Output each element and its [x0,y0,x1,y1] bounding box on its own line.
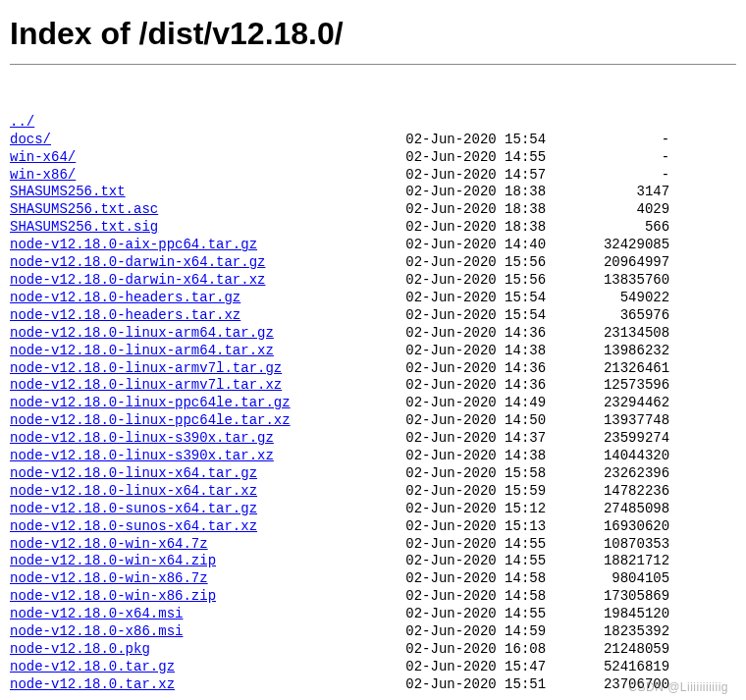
file-link[interactable]: node-v12.18.0-linux-arm64.tar.xz [10,343,274,358]
file-link[interactable]: node-v12.18.0-linux-x64.tar.gz [10,465,257,481]
file-size: 23599274 [570,430,669,446]
file-date: 02-Jun-2020 15:58 [405,465,570,481]
file-link[interactable]: node-v12.18.0-win-x64.zip [10,553,216,568]
file-link[interactable]: node-v12.18.0-linux-x64.tar.xz [10,483,257,499]
file-link[interactable]: node-v12.18.0-x86.msi [10,623,183,639]
list-item: node-v12.18.0-linux-x64.tar.xz 02-Jun-20… [10,483,736,501]
file-link[interactable]: node-v12.18.0-headers.tar.xz [10,307,240,323]
file-date: 02-Jun-2020 15:47 [405,659,570,674]
file-date: 02-Jun-2020 18:38 [405,184,570,199]
parent-row: ../ [10,114,736,132]
file-link[interactable]: docs/ [10,132,51,147]
file-link[interactable]: node-v12.18.0-linux-s390x.tar.xz [10,448,274,463]
list-item: node-v12.18.0-headers.tar.xz 02-Jun-2020… [10,307,736,325]
list-item: node-v12.18.0-linux-s390x.tar.gz 02-Jun-… [10,430,736,448]
list-item: node-v12.18.0-x86.msi 02-Jun-2020 14:59 … [10,623,736,641]
file-size: 12573596 [570,377,669,393]
file-date: 02-Jun-2020 14:49 [405,395,570,410]
file-date: 02-Jun-2020 14:57 [405,167,570,183]
list-item: docs/ 02-Jun-2020 15:54 - [10,132,736,149]
file-date: 02-Jun-2020 15:56 [405,254,570,270]
file-link[interactable]: win-x86/ [10,167,76,183]
file-link[interactable]: win-x64/ [10,149,76,165]
list-item: node-v12.18.0.pkg 02-Jun-2020 16:08 2124… [10,641,736,659]
list-item: node-v12.18.0-win-x86.7z 02-Jun-2020 14:… [10,570,736,588]
file-link[interactable]: SHASUMS256.txt.asc [10,201,158,217]
file-date: 02-Jun-2020 14:55 [405,606,570,621]
file-date: 02-Jun-2020 15:13 [405,518,570,534]
list-item: node-v12.18.0-x64.msi 02-Jun-2020 14:55 … [10,606,736,623]
file-link[interactable]: SHASUMS256.txt [10,184,126,199]
file-date: 02-Jun-2020 15:51 [405,676,570,692]
list-item: node-v12.18.0-headers.tar.gz 02-Jun-2020… [10,290,736,307]
file-link[interactable]: node-v12.18.0-linux-armv7l.tar.gz [10,360,282,376]
file-date: 02-Jun-2020 15:12 [405,501,570,516]
file-link[interactable]: node-v12.18.0-headers.tar.gz [10,290,240,305]
list-item: node-v12.18.0-win-x86.zip 02-Jun-2020 14… [10,588,736,606]
list-item: node-v12.18.0-darwin-x64.tar.gz 02-Jun-2… [10,254,736,272]
list-item: node-v12.18.0-linux-s390x.tar.xz 02-Jun-… [10,448,736,465]
divider [10,64,736,65]
file-link[interactable]: node-v12.18.0.pkg [10,641,150,657]
list-item: node-v12.18.0-sunos-x64.tar.gz 02-Jun-20… [10,501,736,518]
list-item: node-v12.18.0-linux-x64.tar.gz 02-Jun-20… [10,465,736,483]
file-link[interactable]: node-v12.18.0-linux-s390x.tar.gz [10,430,274,446]
page-title: Index of /dist/v12.18.0/ [10,16,736,52]
file-size: 23262396 [570,465,669,481]
file-size: 18235392 [570,623,669,639]
file-size: 23134508 [570,325,669,341]
file-size: 32429085 [570,237,669,252]
file-size: 365976 [570,307,669,323]
file-size: 21326461 [570,360,669,376]
file-date: 02-Jun-2020 14:59 [405,623,570,639]
file-date: 02-Jun-2020 14:38 [405,343,570,358]
file-date: 02-Jun-2020 14:58 [405,588,570,604]
file-size: 21248059 [570,641,669,657]
file-link[interactable]: node-v12.18.0-sunos-x64.tar.xz [10,518,257,534]
file-link[interactable]: node-v12.18.0.tar.xz [10,676,175,692]
file-link[interactable]: node-v12.18.0-linux-ppc64le.tar.gz [10,395,291,410]
file-link[interactable]: node-v12.18.0-linux-armv7l.tar.xz [10,377,282,393]
file-link[interactable]: node-v12.18.0-sunos-x64.tar.gz [10,501,257,516]
file-size: 19845120 [570,606,669,621]
file-date: 02-Jun-2020 14:36 [405,360,570,376]
file-date: 02-Jun-2020 14:55 [405,149,570,165]
file-link[interactable]: node-v12.18.0-darwin-x64.tar.xz [10,272,265,288]
file-link[interactable]: node-v12.18.0-linux-arm64.tar.gz [10,325,274,341]
file-link[interactable]: node-v12.18.0-win-x86.7z [10,570,208,586]
file-date: 02-Jun-2020 15:59 [405,483,570,499]
file-size: 13937748 [570,412,669,428]
list-item: node-v12.18.0-linux-ppc64le.tar.gz 02-Ju… [10,395,736,412]
list-item: node-v12.18.0-linux-ppc64le.tar.xz 02-Ju… [10,412,736,430]
file-link[interactable]: node-v12.18.0-linux-ppc64le.tar.xz [10,412,291,428]
file-link[interactable]: SHASUMS256.txt.sig [10,219,158,235]
file-date: 02-Jun-2020 14:36 [405,377,570,393]
parent-link[interactable]: ../ [10,114,34,130]
file-link[interactable]: node-v12.18.0-win-x64.7z [10,536,208,552]
list-item: node-v12.18.0-win-x64.zip 02-Jun-2020 14… [10,553,736,570]
file-date: 02-Jun-2020 15:54 [405,307,570,323]
list-item: node-v12.18.0-win-x64.7z 02-Jun-2020 14:… [10,536,736,554]
file-size: - [570,149,669,165]
file-size: 16930620 [570,518,669,534]
file-link[interactable]: node-v12.18.0-x64.msi [10,606,183,621]
file-link[interactable]: node-v12.18.0.tar.gz [10,659,175,674]
list-item: win-x86/ 02-Jun-2020 14:57 - [10,167,736,185]
file-size: 20964997 [570,254,669,270]
directory-listing: ../docs/ 02-Jun-2020 15:54 -win-x64/ 02-… [10,79,736,700]
list-item: node-v12.18.0-aix-ppc64.tar.gz 02-Jun-20… [10,237,736,254]
file-size: 13986232 [570,343,669,358]
list-item: node-v12.18.0-linux-arm64.tar.xz 02-Jun-… [10,343,736,360]
file-link[interactable]: node-v12.18.0-darwin-x64.tar.gz [10,254,265,270]
file-date: 02-Jun-2020 14:58 [405,570,570,586]
file-size: 27485098 [570,501,669,516]
file-link[interactable]: node-v12.18.0-aix-ppc64.tar.gz [10,237,257,252]
file-date: 02-Jun-2020 14:37 [405,430,570,446]
file-link[interactable]: node-v12.18.0-win-x86.zip [10,588,216,604]
file-date: 02-Jun-2020 14:36 [405,325,570,341]
file-date: 02-Jun-2020 15:54 [405,290,570,305]
file-date: 02-Jun-2020 14:50 [405,412,570,428]
list-item: win-x64/ 02-Jun-2020 14:55 - [10,149,736,167]
file-date: 02-Jun-2020 18:38 [405,219,570,235]
list-item: node-v12.18.0-linux-armv7l.tar.xz 02-Jun… [10,377,736,395]
